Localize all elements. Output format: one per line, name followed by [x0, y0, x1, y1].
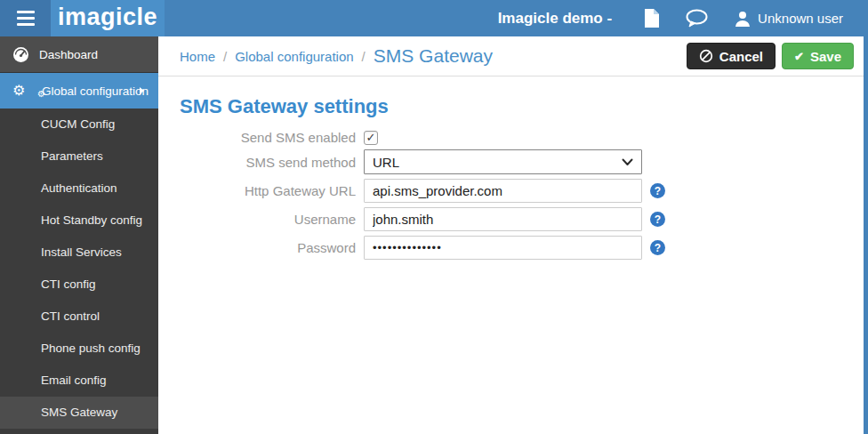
sidebar-item-install-services[interactable]: Install Services	[0, 237, 158, 269]
cancel-button[interactable]: Cancel	[687, 43, 776, 69]
sidebar-item-label: Global configuration	[42, 84, 149, 98]
user-menu[interactable]: Unknown user	[735, 11, 843, 27]
field-label: Password	[180, 240, 356, 255]
top-bar: imagicle Imagicle demo - U	[0, 0, 868, 36]
sidebar-item-cti-config[interactable]: CTI config	[0, 269, 158, 301]
form-row-username: Username ?	[180, 207, 868, 231]
select-value: URL	[373, 155, 399, 170]
check-icon: ✔	[794, 50, 804, 63]
sms-send-method-select[interactable]: URL	[364, 149, 642, 174]
instance-title: Imagicle demo -	[498, 10, 612, 28]
user-name-label: Unknown user	[758, 11, 843, 26]
settings-form: SMS Gateway settings Send SMS enabled ✓ …	[158, 76, 868, 260]
field-label: Http Gateway URL	[180, 183, 356, 198]
sidebar-item-dashboard[interactable]: Dashboard	[0, 36, 158, 73]
form-row-send-sms-enabled: Send SMS enabled ✓	[180, 130, 868, 145]
sidebar-item-email-config[interactable]: Email config	[0, 365, 158, 397]
breadcrumb-current-page: SMS Gateway	[374, 45, 493, 67]
hamburger-icon	[17, 11, 35, 26]
sidebar-item-authentication[interactable]: Authentication	[0, 173, 158, 205]
breadcrumb-separator: /	[223, 49, 227, 64]
imagicle-logo: imagicle	[51, 0, 165, 36]
http-gateway-url-field[interactable]	[364, 179, 642, 203]
breadcrumb-home-link[interactable]: Home	[180, 49, 215, 64]
hamburger-menu-button[interactable]	[0, 0, 51, 36]
right-edge-strip	[864, 0, 868, 434]
sidebar-item-label: Dashboard	[39, 48, 98, 61]
breadcrumb-bar: Home / Global configuration / SMS Gatewa…	[158, 36, 868, 76]
form-row-http-gateway-url: Http Gateway URL ?	[180, 179, 868, 203]
form-row-sms-send-method: SMS send method URL	[180, 149, 868, 174]
username-field[interactable]	[364, 207, 642, 231]
sidebar-item-sms-gateway[interactable]: SMS Gateway	[0, 397, 158, 429]
sidebar: Dashboard ⚙ ⚙ Global configuration CUCM …	[0, 36, 158, 434]
cancel-button-label: Cancel	[719, 49, 763, 64]
checkmark-icon: ✓	[366, 131, 376, 144]
sidebar-item-phone-push-config[interactable]: Phone push config	[0, 333, 158, 365]
document-icon[interactable]	[644, 9, 659, 28]
sidebar-item-parameters[interactable]: Parameters	[0, 141, 158, 173]
field-label: Username	[180, 212, 356, 227]
chevron-down-icon	[622, 158, 633, 166]
chevron-right-icon	[140, 87, 144, 94]
app-window: imagicle Imagicle demo - U	[0, 0, 868, 434]
page-title: SMS Gateway settings	[180, 95, 868, 118]
send-sms-enabled-checkbox[interactable]: ✓	[364, 131, 378, 145]
user-icon	[735, 11, 751, 27]
sidebar-item-cucm-config[interactable]: CUCM Config	[0, 108, 158, 141]
help-icon[interactable]: ?	[650, 212, 665, 227]
gears-icon: ⚙ ⚙	[12, 82, 32, 100]
password-field[interactable]	[364, 236, 642, 260]
sidebar-item-global-configuration[interactable]: ⚙ ⚙ Global configuration	[0, 73, 158, 108]
form-row-password: Password ?	[180, 236, 868, 260]
chat-icon[interactable]	[686, 9, 708, 28]
breadcrumb-global-configuration-link[interactable]: Global configuration	[235, 49, 353, 64]
sidebar-item-cti-control[interactable]: CTI control	[0, 301, 158, 333]
breadcrumb-separator: /	[362, 49, 366, 64]
dashboard-gauge-icon	[12, 46, 29, 63]
help-icon[interactable]: ?	[650, 183, 665, 198]
save-button-label: Save	[810, 49, 841, 64]
main-panel: Home / Global configuration / SMS Gatewa…	[158, 36, 868, 434]
field-label: Send SMS enabled	[180, 130, 356, 145]
save-button[interactable]: ✔ Save	[782, 43, 854, 69]
ban-icon	[699, 49, 713, 63]
field-label: SMS send method	[180, 155, 356, 170]
sidebar-item-hot-standby-config[interactable]: Hot Standby config	[0, 205, 158, 237]
help-icon[interactable]: ?	[650, 240, 665, 255]
